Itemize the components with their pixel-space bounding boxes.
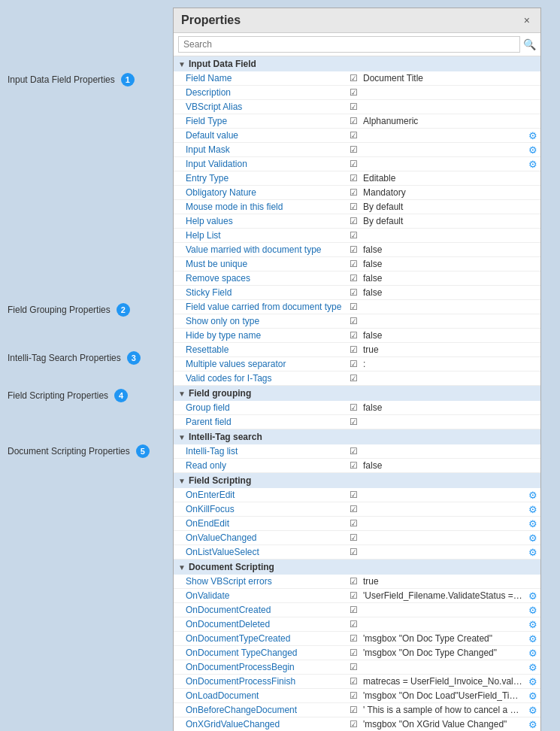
badge-1: 1	[121, 73, 135, 86]
prop-value	[360, 105, 540, 108]
gear-icon[interactable]: ⚙	[525, 676, 540, 687]
prop-checkbox[interactable]: ☑	[347, 273, 360, 284]
prop-value: true	[360, 343, 540, 356]
prop-checkbox[interactable]: ☑	[347, 576, 360, 587]
prop-checkbox[interactable]: ☑	[347, 187, 360, 198]
prop-checkbox[interactable]: ☑	[347, 590, 360, 601]
prop-value: false	[360, 271, 540, 285]
table-row: Mouse mode in this field ☑ By default	[174, 200, 540, 214]
prop-checkbox[interactable]: ☑	[347, 490, 360, 500]
prop-checkbox[interactable]: ☑	[347, 287, 360, 298]
gear-icon[interactable]: ⚙	[525, 144, 540, 156]
prop-value	[360, 305, 540, 308]
prop-checkbox[interactable]: ☑	[347, 619, 360, 629]
gear-icon[interactable]: ⚙	[525, 662, 540, 673]
prop-checkbox[interactable]: ☑	[347, 144, 360, 155]
table-row: OnDocument TypeChanged ☑ 'msgbox "On Doc…	[174, 646, 540, 660]
table-row: Show VBScript errors ☑ true	[174, 575, 540, 589]
prop-checkbox[interactable]: ☑	[347, 130, 360, 141]
gear-icon[interactable]: ⚙	[525, 159, 540, 170]
gear-icon[interactable]: ⚙	[525, 532, 540, 544]
prop-checkbox[interactable]: ☑	[347, 216, 360, 226]
label-item-2: Field Grouping Properties 2	[8, 302, 173, 318]
section-title-4: Field Scripting	[189, 475, 251, 486]
prop-checkbox[interactable]: ☑	[347, 159, 360, 169]
gear-icon[interactable]: ⚙	[525, 619, 540, 630]
gear-icon[interactable]: ⚙	[525, 130, 540, 141]
prop-checkbox[interactable]: ☑	[347, 359, 360, 369]
gear-icon[interactable]: ⚙	[525, 705, 540, 716]
prop-checkbox[interactable]: ☑	[347, 662, 360, 672]
prop-value	[360, 666, 525, 669]
table-row: OnDocumentTypeCreated ☑ 'msgbox "On Doc …	[174, 632, 540, 646]
prop-checkbox[interactable]: ☑	[347, 532, 360, 543]
prop-checkbox[interactable]: ☑	[347, 504, 360, 514]
section-arrow-5: ▼	[178, 563, 186, 572]
prop-value: Mandatory	[360, 186, 540, 199]
prop-checkbox[interactable]: ☑	[347, 417, 360, 427]
prop-checkbox[interactable]: ☑	[347, 633, 360, 644]
gear-icon[interactable]: ⚙	[525, 690, 540, 702]
prop-value: ' This is a sample of how to cancel a ch…	[360, 703, 525, 717]
table-row: VBScript Alias ☑	[174, 100, 540, 114]
prop-name: OnDocumentTypeCreated	[174, 632, 347, 645]
prop-checkbox[interactable]: ☑	[347, 316, 360, 326]
gear-icon[interactable]: ⚙	[525, 648, 540, 659]
prop-checkbox[interactable]: ☑	[347, 460, 360, 471]
prop-checkbox[interactable]: ☑	[347, 344, 360, 355]
gear-icon[interactable]: ⚙	[525, 490, 540, 501]
prop-value: By default	[360, 214, 540, 228]
prop-name: Help List	[174, 229, 347, 242]
prop-value	[360, 420, 540, 423]
badge-3: 3	[127, 351, 141, 365]
prop-checkbox[interactable]: ☑	[347, 73, 360, 83]
gear-icon[interactable]: ⚙	[525, 590, 540, 602]
prop-checkbox[interactable]: ☑	[347, 87, 360, 98]
prop-checkbox[interactable]: ☑	[347, 302, 360, 312]
prop-value: 'msgbox "On Doc Type Changed"	[360, 646, 525, 660]
prop-checkbox[interactable]: ☑	[347, 676, 360, 687]
prop-checkbox[interactable]: ☑	[347, 259, 360, 269]
prop-checkbox[interactable]: ☑	[347, 705, 360, 715]
prop-name: Obligatory Nature	[174, 186, 347, 199]
prop-checkbox[interactable]: ☑	[347, 690, 360, 701]
prop-name: OnEnterEdit	[174, 488, 347, 502]
prop-checkbox[interactable]: ☑	[347, 116, 360, 126]
search-input[interactable]	[178, 36, 520, 53]
gear-icon[interactable]: ⚙	[525, 518, 540, 529]
prop-checkbox[interactable]: ☑	[347, 518, 360, 529]
prop-checkbox[interactable]: ☑	[347, 648, 360, 658]
gear-icon[interactable]: ⚙	[525, 605, 540, 616]
prop-checkbox[interactable]: ☑	[347, 102, 360, 112]
gear-icon[interactable]: ⚙	[525, 504, 540, 515]
table-row: Resettable ☑ true	[174, 343, 540, 357]
prop-checkbox[interactable]: ☑	[347, 719, 360, 729]
prop-checkbox[interactable]: ☑	[347, 547, 360, 557]
table-row: Input Validation ☑ ⚙	[174, 157, 540, 171]
prop-checkbox[interactable]: ☑	[347, 173, 360, 184]
gear-icon[interactable]: ⚙	[525, 633, 540, 645]
close-button[interactable]: ×	[521, 13, 533, 28]
prop-name: Help values	[174, 214, 347, 228]
section-header-field-grouping: ▼ Field grouping	[174, 386, 540, 401]
prop-name: Group field	[174, 401, 347, 414]
prop-checkbox[interactable]: ☑	[347, 244, 360, 255]
prop-checkbox[interactable]: ☑	[347, 230, 360, 241]
prop-name: OnDocumentProcessFinish	[174, 675, 347, 688]
prop-value	[360, 134, 525, 137]
prop-checkbox[interactable]: ☑	[347, 605, 360, 615]
prop-value: Editable	[360, 171, 540, 185]
prop-value: false	[360, 286, 540, 299]
prop-name: Multiple values separator	[174, 357, 347, 371]
prop-checkbox[interactable]: ☑	[347, 373, 360, 384]
section-arrow-3: ▼	[178, 433, 186, 441]
gear-icon[interactable]: ⚙	[525, 547, 540, 558]
section-title-1: Input Data Field	[189, 59, 256, 69]
prop-checkbox[interactable]: ☑	[347, 330, 360, 341]
prop-checkbox[interactable]: ☑	[347, 202, 360, 212]
prop-checkbox[interactable]: ☑	[347, 402, 360, 413]
section-arrow-2: ▼	[178, 390, 186, 398]
gear-icon[interactable]: ⚙	[525, 719, 540, 730]
prop-checkbox[interactable]: ☑	[347, 446, 360, 456]
panel-title: Properties	[181, 14, 241, 27]
